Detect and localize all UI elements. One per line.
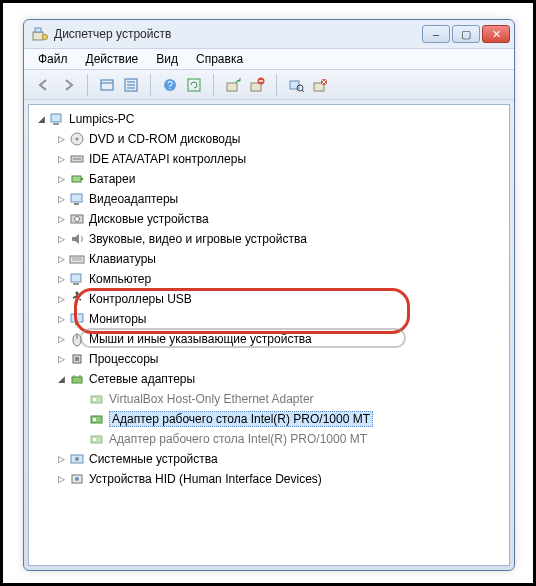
scan-hardware-button[interactable] — [284, 73, 308, 97]
tree-category[interactable]: ▷Системные устройства — [51, 449, 507, 469]
tree-category[interactable]: ◢Сетевые адаптеры — [51, 369, 507, 389]
uninstall-button[interactable] — [245, 73, 269, 97]
maximize-button[interactable]: ▢ — [452, 25, 480, 43]
tree-category-label: Процессоры — [89, 352, 159, 366]
svg-rect-11 — [188, 79, 200, 91]
svg-rect-54 — [91, 436, 102, 443]
tree-category[interactable]: ▷Процессоры — [51, 349, 507, 369]
expand-icon[interactable]: ▷ — [55, 453, 67, 465]
tree-device[interactable]: Адаптер рабочего стола Intel(R) PRO/1000… — [71, 429, 507, 449]
tree-category-label: Клавиатуры — [89, 252, 156, 266]
expand-icon[interactable]: ▷ — [55, 253, 67, 265]
tree-category-label: Устройства HID (Human Interface Devices) — [89, 472, 322, 486]
expand-icon[interactable]: ▷ — [55, 213, 67, 225]
svg-point-59 — [75, 477, 79, 481]
svg-rect-32 — [74, 203, 79, 205]
tree-device[interactable]: VirtualBox Host-Only Ethernet Adapter — [71, 389, 507, 409]
svg-rect-13 — [251, 83, 261, 91]
tree-category[interactable]: ▷Клавиатуры — [51, 249, 507, 269]
tree-category-label: Сетевые адаптеры — [89, 372, 195, 386]
tree-category[interactable]: ▷Устройства HID (Human Interface Devices… — [51, 469, 507, 489]
tree-category-label: DVD и CD-ROM дисководы — [89, 132, 240, 146]
cpu-icon — [69, 351, 85, 367]
expand-icon[interactable]: ▷ — [55, 353, 67, 365]
svg-point-2 — [43, 35, 48, 40]
keyboard-icon — [69, 251, 85, 267]
mouse-icon — [69, 331, 85, 347]
tree-device[interactable]: Адаптер рабочего стола Intel(R) PRO/1000… — [71, 409, 507, 429]
svg-rect-24 — [53, 123, 59, 125]
expand-icon[interactable]: ▷ — [55, 333, 67, 345]
tree-category-label: Звуковые, видео и игровые устройства — [89, 232, 307, 246]
svg-point-40 — [76, 292, 79, 295]
minimize-button[interactable]: – — [422, 25, 450, 43]
tree-category-label: Контроллеры USB — [89, 292, 192, 306]
svg-text:?: ? — [167, 80, 173, 91]
svg-rect-46 — [75, 357, 79, 361]
disc-icon — [69, 131, 85, 147]
show-hidden-button[interactable] — [95, 73, 119, 97]
tree-category[interactable]: ▷IDE ATA/ATAPI контроллеры — [51, 149, 507, 169]
tree-category[interactable]: ▷Батареи — [51, 169, 507, 189]
usb-icon — [69, 291, 85, 307]
titlebar[interactable]: Диспетчер устройств – ▢ ✕ — [24, 20, 514, 48]
expand-icon[interactable]: ▷ — [55, 233, 67, 245]
svg-rect-51 — [93, 398, 96, 401]
tree-category[interactable]: ▷Компьютер — [51, 269, 507, 289]
hid-icon — [69, 471, 85, 487]
menu-view[interactable]: Вид — [148, 50, 186, 68]
svg-rect-23 — [51, 114, 61, 122]
expand-icon[interactable]: ▷ — [55, 133, 67, 145]
svg-rect-52 — [91, 416, 102, 423]
monitor-icon — [69, 311, 85, 327]
expand-icon[interactable]: ▷ — [55, 193, 67, 205]
details-button[interactable] — [119, 73, 143, 97]
svg-rect-3 — [101, 80, 113, 90]
nic-icon — [89, 411, 105, 427]
menu-action[interactable]: Действие — [78, 50, 147, 68]
tree-category[interactable]: ▷Дисковые устройства — [51, 209, 507, 229]
tree-root[interactable]: ◢ Lumpics-PC — [31, 109, 507, 129]
tree-category[interactable]: ▷DVD и CD-ROM дисководы — [51, 129, 507, 149]
svg-line-18 — [302, 90, 304, 92]
svg-point-34 — [75, 217, 80, 222]
collapse-icon[interactable]: ◢ — [55, 373, 67, 385]
computer-icon — [69, 271, 85, 287]
svg-rect-50 — [91, 396, 102, 403]
help-button[interactable]: ? — [158, 73, 182, 97]
refresh-button[interactable] — [182, 73, 206, 97]
expand-icon[interactable]: ▷ — [55, 473, 67, 485]
svg-rect-42 — [75, 323, 79, 325]
svg-rect-16 — [290, 81, 299, 89]
tree-category-label: Мыши и иные указывающие устройства — [89, 332, 312, 346]
expand-icon[interactable]: ▷ — [55, 273, 67, 285]
display-adapter-icon — [69, 191, 85, 207]
back-button[interactable] — [32, 73, 56, 97]
tree-view[interactable]: ◢ Lumpics-PC ▷DVD и CD-ROM дисководы▷IDE… — [28, 104, 510, 566]
expand-icon[interactable]: ▷ — [55, 173, 67, 185]
properties-button[interactable] — [308, 73, 332, 97]
tree-device-label: Адаптер рабочего стола Intel(R) PRO/1000… — [109, 432, 367, 446]
collapse-icon[interactable]: ◢ — [35, 113, 47, 125]
tree-category-label: Компьютер — [89, 272, 151, 286]
tree-device-label: Адаптер рабочего стола Intel(R) PRO/1000… — [109, 411, 373, 427]
update-driver-button[interactable] — [221, 73, 245, 97]
tree-category[interactable]: ▷Видеоадаптеры — [51, 189, 507, 209]
tree-category[interactable]: ▷Звуковые, видео и игровые устройства — [51, 229, 507, 249]
device-manager-window: Диспетчер устройств – ▢ ✕ Файл Действие … — [23, 19, 515, 571]
expand-icon[interactable]: ▷ — [55, 153, 67, 165]
system-icon — [69, 451, 85, 467]
tree-category[interactable]: ▷Мониторы — [51, 309, 507, 329]
tree-category[interactable]: ▷Контроллеры USB — [51, 289, 507, 309]
tree-category-label: IDE ATA/ATAPI контроллеры — [89, 152, 246, 166]
computer-icon — [49, 111, 65, 127]
svg-rect-0 — [33, 32, 43, 40]
menu-file[interactable]: Файл — [30, 50, 76, 68]
expand-icon[interactable]: ▷ — [55, 293, 67, 305]
tree-category[interactable]: ▷Мыши и иные указывающие устройства — [51, 329, 507, 349]
close-button[interactable]: ✕ — [482, 25, 510, 43]
forward-button[interactable] — [56, 73, 80, 97]
expand-icon[interactable]: ▷ — [55, 313, 67, 325]
menu-help[interactable]: Справка — [188, 50, 251, 68]
svg-rect-38 — [71, 274, 81, 282]
